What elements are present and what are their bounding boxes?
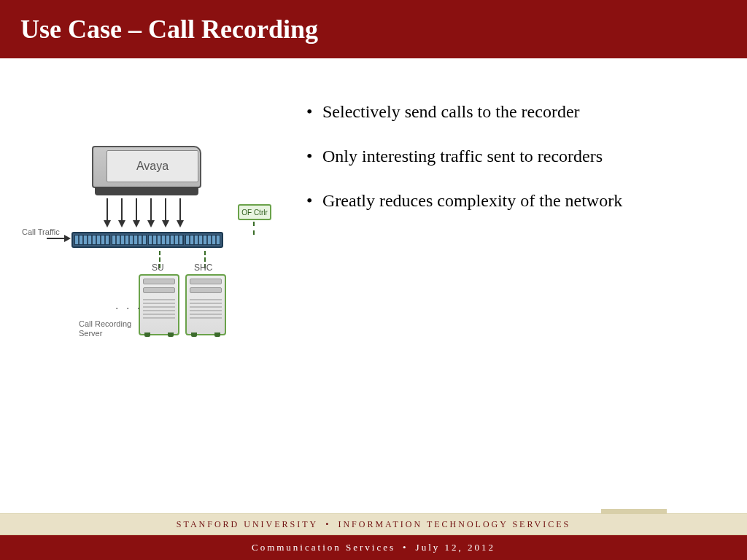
- arrow-down-icon: [107, 198, 108, 220]
- footer: STANFORD UNIVERSITY • INFORMATION TECHNO…: [0, 513, 747, 560]
- dot-separator-icon: •: [325, 519, 330, 530]
- network-diagram: Avaya OF Ctrlr: [22, 146, 270, 365]
- footer-date: July 12, 2012: [416, 542, 495, 553]
- dashed-link-icon: [253, 222, 255, 235]
- server-su: [139, 274, 179, 335]
- ellipsis-more-servers: . . .: [115, 299, 142, 312]
- diagram-column: Avaya OF Ctrlr: [22, 102, 292, 365]
- server-feet: [191, 332, 220, 337]
- footer-bottom: Communication Services • July 12, 2012: [0, 535, 747, 560]
- call-traffic-label: Call Traffic: [22, 228, 60, 236]
- switch-ports: [185, 235, 221, 245]
- arrow-down-icon: [165, 198, 166, 220]
- footer-dept: Communication Services: [252, 542, 395, 553]
- slide-title: Use Case – Call Recording: [20, 14, 318, 44]
- slide: Use Case – Call Recording Avaya OF C: [0, 0, 747, 560]
- arrow-down-icon: [179, 198, 181, 220]
- bullet-list: Selectively send calls to the recorder O…: [292, 102, 718, 365]
- switch-ports: [148, 235, 184, 245]
- avaya-label: Avaya: [107, 150, 198, 182]
- server-shc: [185, 274, 226, 335]
- slide-body: Avaya OF Ctrlr: [0, 58, 747, 365]
- recording-server-label: Call Recording Server: [79, 319, 133, 338]
- arrow-right-head-icon: [64, 235, 71, 242]
- arrow-down-icon: [121, 198, 123, 220]
- footer-top: STANFORD UNIVERSITY • INFORMATION TECHNO…: [0, 513, 747, 535]
- arrow-right-icon: [47, 238, 64, 239]
- server-slot: [143, 287, 175, 293]
- switch-ports: [74, 235, 110, 245]
- server-su-label: SU: [152, 262, 164, 273]
- server-shc-label: SHC: [194, 262, 212, 273]
- arrow-down-icon: [136, 198, 137, 220]
- arrows-avaya-to-switch: [104, 198, 191, 232]
- avaya-device: Avaya: [92, 146, 201, 197]
- bullet-item: Only interesting traffic sent to recorde…: [306, 147, 718, 166]
- footer-org1: STANFORD UNIVERSITY: [177, 519, 318, 530]
- server-vent: [190, 299, 222, 321]
- server-slot: [190, 279, 222, 284]
- switch-ports: [112, 235, 147, 245]
- server-slot: [143, 279, 175, 284]
- title-bar: Use Case – Call Recording: [0, 0, 747, 58]
- footer-org2: INFORMATION TECHNOLOGY SERVICES: [338, 519, 570, 530]
- of-controller: OF Ctrlr: [238, 204, 271, 220]
- network-switch: [71, 232, 223, 248]
- dot-separator-icon: •: [403, 542, 409, 553]
- server-slot: [190, 287, 222, 293]
- footer-accent-bar: [601, 509, 667, 513]
- server-feet: [144, 332, 174, 337]
- bullet-item: Greatly reduces complexity of the networ…: [306, 191, 718, 211]
- bullet-item: Selectively send calls to the recorder: [306, 102, 718, 122]
- server-vent: [143, 299, 175, 321]
- avaya-base: [95, 187, 198, 195]
- arrow-down-icon: [150, 198, 152, 220]
